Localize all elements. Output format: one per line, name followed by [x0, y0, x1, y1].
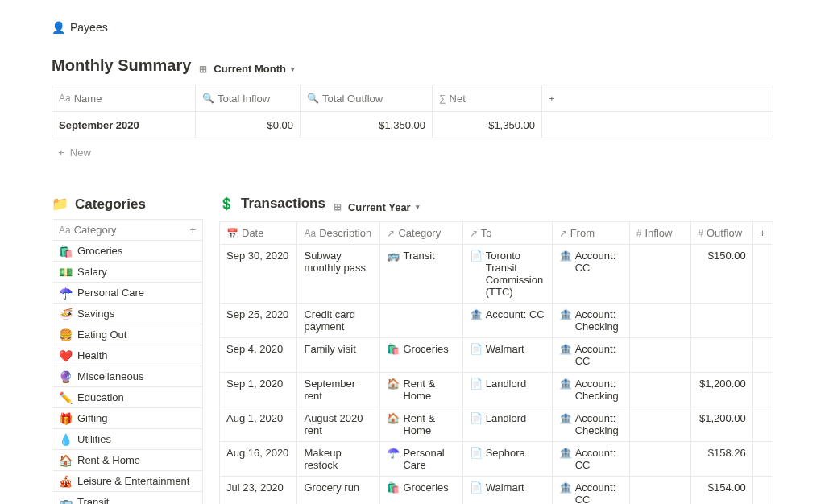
transaction-row[interactable]: Sep 25, 2020Credit card payment🏦Account:…	[220, 304, 773, 338]
cell-inflow	[629, 304, 691, 338]
transaction-row[interactable]: Sep 4, 2020Family visit🛍️Groceries📄Walma…	[220, 338, 773, 373]
category-label: Savings	[77, 308, 114, 320]
text-type-icon: Aa	[304, 228, 316, 239]
categories-add-column[interactable]: +	[189, 224, 196, 236]
summary-add-column[interactable]: +	[542, 85, 773, 111]
page-link-payees[interactable]: 👤 Payees	[52, 19, 108, 35]
category-row[interactable]: 🛍️Groceries	[52, 241, 203, 262]
category-icon: ❤️	[59, 350, 73, 361]
page-link-label: Payees	[70, 21, 108, 34]
category-icon: 💵	[59, 266, 73, 278]
summary-row[interactable]: September 2020 $0.00 $1,350.00 -$1,350.0…	[52, 111, 773, 138]
category-icon: 🛍️	[59, 246, 73, 257]
trans-add-column[interactable]: +	[752, 222, 773, 245]
cell-category[interactable]: 🚌Transit	[380, 245, 462, 304]
trans-col-category[interactable]: ↗Category	[380, 222, 462, 245]
cell-to[interactable]: 📄Toronto Transit Commission (TTC)	[462, 245, 552, 304]
relation-icon: ↗	[559, 228, 567, 239]
category-row[interactable]: 🏠Rent & Home	[52, 450, 203, 471]
category-row[interactable]: ❤️Health	[52, 345, 203, 366]
page-icon: 🏦	[559, 378, 572, 390]
category-icon: 🏠	[59, 455, 73, 466]
trans-col-to[interactable]: ↗To	[462, 222, 552, 245]
cell-date: Jul 23, 2020	[220, 477, 297, 505]
summary-col-net[interactable]: ∑Net	[433, 85, 542, 111]
rollup-icon: 🔍	[307, 93, 319, 104]
trans-col-outflow[interactable]: #Outflow	[691, 222, 753, 245]
relation-icon: ↗	[387, 228, 395, 239]
cell-category[interactable]: 🏠Rent & Home	[380, 407, 462, 442]
summary-row-net: -$1,350.00	[433, 112, 542, 138]
cell-to[interactable]: 📄Walmart	[462, 477, 552, 505]
cell-inflow	[629, 477, 691, 505]
category-row[interactable]: 💧Utilities	[52, 429, 203, 450]
page-icon: ☂️	[387, 447, 400, 459]
chevron-down-icon: ▾	[291, 65, 295, 73]
category-row[interactable]: 🔮Miscellaneous	[52, 366, 203, 387]
page-icon: 📄	[470, 481, 483, 494]
summary-row-name: September 2020	[52, 112, 196, 138]
cell-to[interactable]: 📄Walmart	[462, 338, 552, 373]
cell-from[interactable]: 🏦Account: Checking	[552, 407, 629, 442]
summary-row-outflow: $1,350.00	[301, 112, 433, 138]
category-row[interactable]: 💵Salary	[52, 262, 203, 283]
cell-inflow	[629, 373, 691, 407]
cell-from[interactable]: 🏦Account: CC	[552, 245, 629, 304]
cell-from[interactable]: 🏦Account: Checking	[552, 304, 629, 338]
summary-col-outflow[interactable]: 🔍Total Outflow	[301, 85, 433, 111]
cell-to[interactable]: 📄Sephora	[462, 442, 552, 477]
page-icon: 🛍️	[387, 481, 400, 494]
transactions-view-selector[interactable]: ⊞ Current Year ▾	[334, 201, 420, 213]
category-row[interactable]: 🍔Eating Out	[52, 324, 203, 345]
category-row[interactable]: 🍜Savings	[52, 304, 203, 324]
cell-outflow: $1,200.00	[691, 407, 753, 442]
cell-from[interactable]: 🏦Account: Checking	[552, 373, 629, 407]
summary-view-label: Current Month	[214, 63, 286, 75]
cell-category[interactable]: 🏠Rent & Home	[380, 373, 462, 407]
cell-category[interactable]	[380, 304, 462, 338]
cell-inflow	[629, 245, 691, 304]
money-icon: 💲	[219, 196, 234, 211]
trans-col-date[interactable]: 📅Date	[220, 222, 297, 245]
summary-col-inflow[interactable]: 🔍Total Inflow	[196, 85, 301, 111]
category-row[interactable]: ✏️Education	[52, 387, 203, 408]
summary-new-row[interactable]: + New	[52, 142, 773, 163]
transaction-row[interactable]: Aug 16, 2020Makeup restock☂️Personal Car…	[220, 442, 773, 477]
cell-to[interactable]: 📄Landlord	[462, 373, 552, 407]
transaction-row[interactable]: Aug 1, 2020August 2020 rent🏠Rent & Home📄…	[220, 407, 773, 442]
cell-from[interactable]: 🏦Account: CC	[552, 442, 629, 477]
summary-col-name[interactable]: AaName	[52, 85, 196, 111]
cell-from[interactable]: 🏦Account: CC	[552, 338, 629, 373]
cell-category[interactable]: 🛍️Groceries	[380, 338, 462, 373]
trans-col-inflow[interactable]: #Inflow	[629, 222, 691, 245]
category-row[interactable]: 🎪Leisure & Entertainment	[52, 471, 203, 492]
trans-col-description[interactable]: AaDescription	[297, 222, 380, 245]
cell-from[interactable]: 🏦Account: CC	[552, 477, 629, 505]
category-icon: 🎪	[59, 476, 73, 487]
category-label: Leisure & Entertainment	[77, 475, 189, 487]
cell-category[interactable]: ☂️Personal Care	[380, 442, 462, 477]
cell-to[interactable]: 🏦Account: CC	[462, 304, 552, 338]
category-icon: 🔮	[59, 371, 73, 382]
transaction-row[interactable]: Jul 23, 2020Grocery run🛍️Groceries📄Walma…	[220, 477, 773, 505]
trans-col-from[interactable]: ↗From	[552, 222, 629, 245]
transaction-row[interactable]: Sep 1, 2020September rent🏠Rent & Home📄La…	[220, 373, 773, 407]
page-icon: 📄	[470, 412, 483, 424]
summary-view-selector[interactable]: ⊞ Current Month ▾	[199, 63, 295, 75]
relation-icon: ↗	[470, 228, 478, 239]
page-icon: 🏦	[559, 250, 572, 262]
category-row[interactable]: 🎁Gifting	[52, 408, 203, 429]
cell-date: Sep 4, 2020	[220, 338, 297, 373]
cell-category[interactable]: 🛍️Groceries	[380, 477, 462, 505]
page-icon: 🛍️	[387, 343, 400, 355]
page-icon: 📄	[470, 378, 483, 390]
categories-column-header[interactable]: AaCategory +	[52, 219, 203, 241]
transactions-view-label: Current Year	[348, 201, 411, 213]
category-label: Personal Care	[77, 287, 144, 299]
cell-to[interactable]: 📄Landlord	[462, 407, 552, 442]
category-row[interactable]: ☂️Personal Care	[52, 283, 203, 304]
category-row[interactable]: 🚌Transit	[52, 492, 203, 504]
number-icon: #	[636, 228, 642, 239]
table-icon: ⊞	[334, 201, 342, 213]
transaction-row[interactable]: Sep 30, 2020Subway monthly pass🚌Transit📄…	[220, 245, 773, 304]
